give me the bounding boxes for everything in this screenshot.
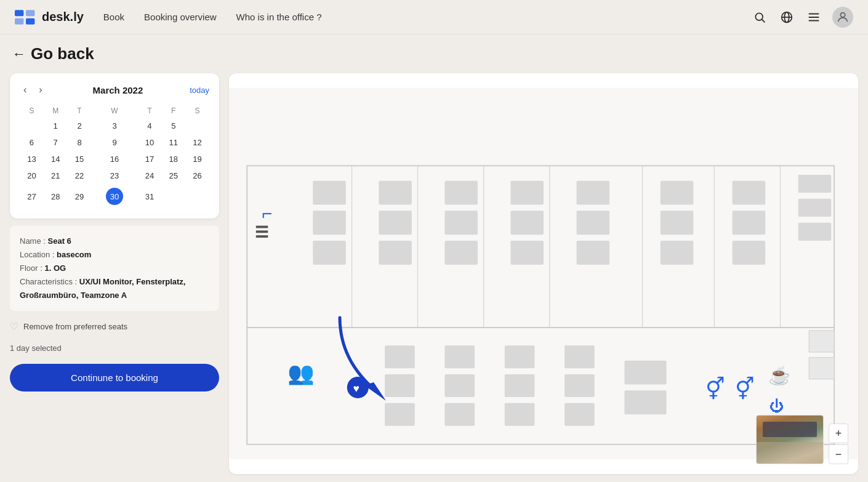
- calendar-day-13[interactable]: 13: [20, 151, 44, 167]
- calendar-day-2[interactable]: 2: [68, 118, 92, 134]
- svg-rect-34: [661, 181, 694, 205]
- calendar-day-24[interactable]: 24: [138, 167, 162, 184]
- nav-booking-overview[interactable]: Booking overview: [144, 9, 217, 25]
- calendar: ‹ › March 2022 today S M T W T F S: [10, 73, 219, 219]
- svg-rect-42: [798, 223, 832, 241]
- svg-rect-50: [385, 403, 415, 426]
- svg-rect-59: [565, 403, 595, 426]
- svg-rect-25: [444, 181, 478, 205]
- svg-rect-29: [510, 211, 544, 235]
- calendar-day-12[interactable]: 12: [185, 134, 209, 151]
- seat-name-row: Name : Seat 6: [20, 235, 209, 248]
- calendar-day-19[interactable]: 19: [185, 151, 209, 167]
- continue-booking-button[interactable]: Continune to booking: [10, 364, 219, 392]
- calendar-day-11[interactable]: 11: [161, 134, 185, 151]
- svg-rect-48: [385, 345, 415, 368]
- calendar-day-28[interactable]: 28: [44, 184, 68, 209]
- calendar-day-6[interactable]: 6: [20, 134, 44, 151]
- svg-rect-21: [313, 241, 346, 265]
- seat-info-panel: Name : Seat 6 Location : basecom Floor :…: [10, 226, 219, 311]
- calendar-today-button[interactable]: today: [190, 86, 209, 95]
- svg-rect-54: [505, 345, 535, 368]
- calendar-day-30[interactable]: 30: [91, 184, 137, 209]
- svg-rect-1: [15, 18, 23, 24]
- dow-mon: M: [44, 104, 68, 118]
- zoom-in-button[interactable]: +: [829, 424, 848, 443]
- svg-point-4: [755, 13, 763, 20]
- calendar-nav: ‹ ›: [20, 83, 46, 97]
- svg-rect-0: [15, 10, 23, 16]
- calendar-empty-cell: [161, 184, 185, 209]
- calendar-day-21[interactable]: 21: [44, 167, 68, 184]
- user-avatar[interactable]: [832, 7, 853, 28]
- svg-rect-52: [444, 374, 475, 397]
- floor-plan-svg: ⌐: [229, 73, 858, 474]
- svg-rect-41: [798, 199, 832, 217]
- go-back-title: Go back: [31, 44, 94, 63]
- calendar-empty-cell: [20, 118, 44, 134]
- heart-icon: ♡: [10, 321, 18, 332]
- svg-rect-13: [229, 88, 858, 459]
- svg-rect-40: [798, 175, 832, 193]
- nav-who-in-office[interactable]: Who is in the office ?: [236, 9, 322, 25]
- seat-characteristics-row: Characteristics : UX/UI Monitor, Fenster…: [20, 275, 209, 302]
- calendar-day-5[interactable]: 5: [161, 118, 185, 134]
- remove-preferred-button[interactable]: ♡ Remove from preferred seats: [10, 318, 219, 335]
- calendar-day-9[interactable]: 9: [91, 134, 137, 151]
- calendar-day-8[interactable]: 8: [68, 134, 92, 151]
- svg-rect-39: [733, 241, 766, 265]
- svg-rect-69: [809, 331, 834, 352]
- calendar-day-7[interactable]: 7: [44, 134, 68, 151]
- calendar-day-23[interactable]: 23: [91, 167, 137, 184]
- logo-text: desk.ly: [42, 10, 84, 24]
- svg-rect-28: [510, 181, 544, 205]
- calendar-day-10[interactable]: 10: [138, 134, 162, 151]
- calendar-day-22[interactable]: 22: [68, 167, 92, 184]
- calendar-day-14[interactable]: 14: [44, 151, 68, 167]
- nav-book[interactable]: Book: [103, 9, 124, 25]
- svg-rect-33: [577, 241, 610, 265]
- svg-rect-17: [256, 230, 268, 233]
- calendar-next-button[interactable]: ›: [35, 83, 46, 97]
- dow-wed: W: [91, 104, 137, 118]
- calendar-day-16[interactable]: 16: [91, 151, 137, 167]
- room-photo: [756, 415, 824, 464]
- svg-text:👥: 👥: [287, 360, 315, 386]
- calendar-day-25[interactable]: 25: [161, 167, 185, 184]
- calendar-day-1[interactable]: 1: [44, 118, 68, 134]
- calendar-day-29[interactable]: 29: [68, 184, 92, 209]
- calendar-day-31[interactable]: 31: [138, 184, 162, 209]
- seat-floor-row: Floor : 1. OG: [20, 262, 209, 275]
- zoom-out-button[interactable]: −: [829, 444, 848, 464]
- svg-rect-35: [661, 211, 694, 235]
- logo[interactable]: desk.ly: [15, 10, 84, 25]
- svg-point-12: [840, 12, 845, 17]
- svg-rect-32: [577, 211, 610, 235]
- seat-floor-label: Floor :: [20, 263, 42, 273]
- calendar-prev-button[interactable]: ‹: [20, 83, 30, 97]
- calendar-day-27[interactable]: 27: [20, 184, 44, 209]
- seat-name-label: Name :: [20, 236, 46, 246]
- calendar-grid: S M T W T F S 12345678910111213141516171…: [20, 104, 209, 209]
- dow-thu: T: [138, 104, 162, 118]
- svg-rect-19: [313, 181, 346, 205]
- menu-icon[interactable]: [805, 9, 822, 26]
- svg-rect-30: [510, 241, 544, 265]
- go-back-arrow[interactable]: ←: [12, 46, 26, 62]
- calendar-day-26[interactable]: 26: [185, 167, 209, 184]
- calendar-day-20[interactable]: 20: [20, 167, 44, 184]
- remove-preferred-label: Remove from preferred seats: [23, 322, 127, 331]
- svg-rect-51: [444, 345, 475, 368]
- calendar-day-17[interactable]: 17: [138, 151, 162, 167]
- calendar-day-3[interactable]: 3: [91, 118, 137, 134]
- calendar-day-18[interactable]: 18: [161, 151, 185, 167]
- calendar-day-4[interactable]: 4: [138, 118, 162, 134]
- globe-icon[interactable]: [778, 9, 795, 26]
- calendar-day-15[interactable]: 15: [68, 151, 92, 167]
- svg-rect-31: [577, 181, 610, 205]
- svg-rect-49: [385, 374, 415, 397]
- search-icon[interactable]: [751, 9, 768, 26]
- svg-rect-26: [444, 211, 478, 235]
- svg-rect-58: [565, 374, 595, 397]
- seat-location-row: Location : basecom: [20, 248, 209, 262]
